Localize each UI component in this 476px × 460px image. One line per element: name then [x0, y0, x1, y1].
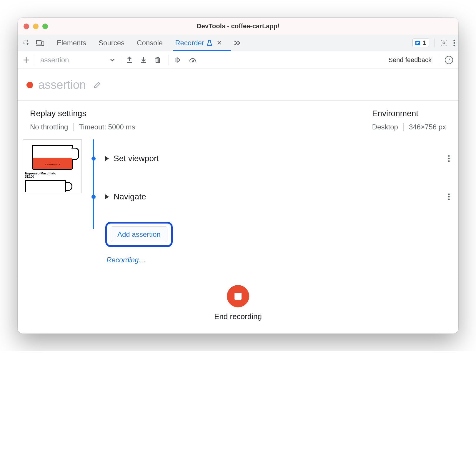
- thumbnail-column: ESPRESSO Espresso Macchiato $12.00: [23, 139, 82, 264]
- svg-point-9: [453, 39, 455, 41]
- recording-header: assertion: [18, 69, 458, 101]
- inspect-element-icon[interactable]: [23, 39, 31, 47]
- environment-heading: Environment: [372, 109, 446, 118]
- recording-status: Recording…: [105, 256, 450, 264]
- device-toolbar-icon[interactable]: [36, 39, 44, 47]
- step-label: Navigate: [114, 192, 146, 201]
- cup-label: ESPRESSO: [33, 163, 72, 166]
- chevron-down-icon: [110, 58, 115, 62]
- settings-row: Replay settings No throttling Timeout: 5…: [18, 101, 458, 137]
- window-title: DevTools - coffee-cart.app/: [18, 22, 458, 30]
- recording-select[interactable]: assertion: [37, 56, 118, 64]
- tab-label: Sources: [99, 39, 124, 47]
- svg-rect-3: [42, 42, 44, 46]
- tab-sources[interactable]: Sources: [98, 35, 125, 51]
- tab-label: Recorder: [175, 39, 204, 47]
- svg-point-20: [448, 196, 450, 197]
- issues-icon: [415, 40, 421, 46]
- svg-point-8: [443, 42, 445, 44]
- thumbnail-price: $12.00: [25, 175, 80, 178]
- new-recording-icon[interactable]: [23, 55, 33, 65]
- svg-point-17: [448, 158, 450, 159]
- env-viewport: 346×756 px: [409, 123, 446, 131]
- throttling-value[interactable]: No throttling: [30, 123, 68, 131]
- env-device: Desktop: [372, 123, 398, 131]
- stop-icon: [234, 293, 242, 300]
- step-set-viewport[interactable]: Set viewport: [105, 139, 450, 178]
- help-icon[interactable]: ?: [445, 56, 453, 64]
- recording-indicator-icon: [26, 82, 33, 88]
- steps-panel: ESPRESSO Espresso Macchiato $12.00 Set v…: [18, 137, 458, 264]
- close-window-button[interactable]: [24, 24, 29, 29]
- step-label: Set viewport: [114, 154, 159, 163]
- settings-gear-icon[interactable]: [440, 39, 448, 47]
- recording-title: assertion: [38, 78, 86, 91]
- svg-point-10: [453, 42, 455, 44]
- import-icon[interactable]: [140, 56, 147, 64]
- replay-icon[interactable]: [174, 56, 181, 64]
- tab-label: Console: [137, 39, 163, 47]
- kebab-menu-icon[interactable]: [453, 39, 455, 47]
- cup-illustration: ESPRESSO: [32, 145, 73, 170]
- divider: [438, 56, 438, 64]
- expand-triangle-icon: [105, 156, 109, 161]
- traffic-lights: [24, 24, 48, 29]
- delete-icon[interactable]: [154, 56, 161, 64]
- issues-count: 1: [423, 39, 426, 46]
- timeline-dot: [91, 195, 96, 199]
- devtools-tabstrip: Elements Sources Console Recorder ✕: [18, 35, 458, 51]
- close-tab-icon[interactable]: ✕: [217, 39, 222, 47]
- performance-icon[interactable]: [189, 57, 197, 63]
- recorder-toolbar: assertion: [18, 51, 458, 69]
- add-assertion-highlight: Add assertion: [105, 222, 173, 247]
- svg-point-11: [453, 45, 455, 46]
- tab-console[interactable]: Console: [136, 35, 163, 51]
- recording-footer: End recording: [18, 276, 458, 334]
- minimize-window-button[interactable]: [33, 24, 39, 29]
- thumbnail-caption: Espresso Macchiato: [25, 171, 80, 175]
- edit-title-icon[interactable]: [93, 81, 101, 89]
- cup-illustration-partial: [25, 180, 66, 192]
- step-navigate[interactable]: Navigate: [105, 178, 450, 216]
- tab-label: Elements: [57, 39, 86, 47]
- tab-elements[interactable]: Elements: [56, 35, 87, 51]
- tab-recorder[interactable]: Recorder ✕: [174, 35, 222, 51]
- svg-rect-5: [415, 41, 420, 45]
- devtools-window: DevTools - coffee-cart.app/ Elements Sou…: [18, 18, 458, 334]
- svg-point-19: [448, 194, 450, 195]
- end-recording-button[interactable]: [227, 285, 249, 307]
- svg-rect-1: [36, 41, 41, 44]
- divider: [73, 123, 74, 131]
- send-feedback-link[interactable]: Send feedback: [388, 56, 432, 64]
- step-menu-icon[interactable]: [448, 155, 450, 162]
- timeline: [82, 139, 105, 264]
- experiment-flask-icon: [207, 40, 212, 46]
- issues-badge[interactable]: 1: [412, 39, 429, 47]
- export-icon[interactable]: [126, 56, 133, 64]
- divider: [403, 123, 404, 131]
- replay-settings-heading: Replay settings: [30, 109, 354, 118]
- timeout-value[interactable]: Timeout: 5000 ms: [79, 123, 135, 131]
- page-thumbnail: ESPRESSO Espresso Macchiato $12.00: [23, 139, 82, 193]
- add-assertion-button[interactable]: Add assertion: [111, 226, 167, 242]
- step-menu-icon[interactable]: [448, 193, 450, 201]
- svg-point-21: [448, 199, 450, 200]
- window-titlebar: DevTools - coffee-cart.app/: [18, 18, 458, 35]
- divider: [435, 39, 435, 47]
- svg-point-18: [448, 160, 450, 162]
- timeline-dot: [91, 156, 96, 161]
- end-recording-label: End recording: [214, 312, 262, 321]
- recording-select-value: assertion: [40, 56, 69, 64]
- more-tabs-icon[interactable]: [234, 40, 241, 46]
- svg-point-16: [448, 155, 450, 157]
- zoom-window-button[interactable]: [42, 24, 48, 29]
- expand-triangle-icon: [105, 194, 109, 199]
